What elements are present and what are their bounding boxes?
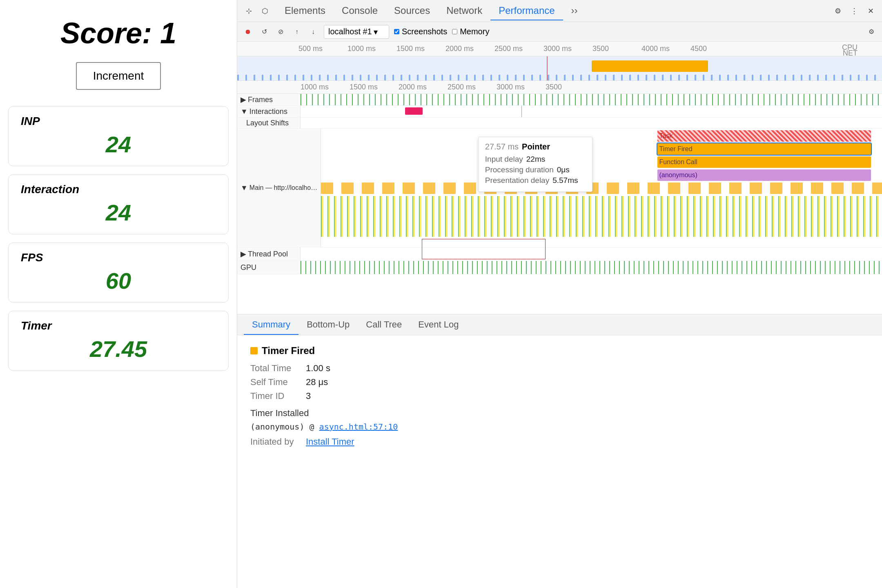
interactions-content[interactable] (301, 106, 882, 117)
interaction-bar (405, 107, 423, 115)
inp-value: 24 (21, 131, 216, 158)
dropdown-arrow-icon: ▾ (374, 27, 378, 37)
gpu-label: GPU (237, 261, 301, 274)
tooltip-presentation-value: 5.57ms (552, 176, 578, 185)
tab-console[interactable]: Console (334, 2, 386, 20)
increment-button[interactable]: Increment (76, 62, 161, 90)
screenshots-label: Screenshots (402, 27, 447, 36)
thread-pool-track: ▶ Thread Pool (237, 247, 882, 261)
tab-performance[interactable]: Performance (490, 2, 563, 20)
url-selector[interactable]: localhost #1 ▾ (324, 25, 389, 39)
tooltip-event: Pointer (522, 142, 550, 151)
thread-pool-content[interactable] (301, 247, 882, 261)
tab-elements[interactable]: Elements (276, 2, 334, 20)
reload-btn[interactable]: ↺ (258, 26, 270, 38)
collapse-icon2[interactable]: ▼ (241, 107, 248, 116)
tooltip-input-delay-label: Input delay (485, 155, 523, 164)
clear-btn[interactable]: ⊘ (275, 26, 286, 38)
layout-shifts-content[interactable] (301, 118, 882, 128)
url-label: localhost #1 (328, 27, 372, 36)
devtools-toolbar: ⊹ ⬡ Elements Console Sources Network Per… (237, 0, 882, 22)
total-time-value: 1.00 s (306, 363, 330, 374)
anonymous-bar[interactable]: (anonymous) (657, 169, 871, 181)
layout-shifts-track: Layout Shifts (237, 118, 882, 129)
colored-bars (321, 196, 882, 237)
tab-bottom-up[interactable]: Bottom-Up (298, 315, 358, 335)
summary-initiated: Initiated by Install Timer (250, 437, 869, 447)
tab-sources[interactable]: Sources (386, 2, 438, 20)
screenshots-check[interactable] (394, 29, 399, 34)
timer-installed-code: (anonymous) @ async.html:57:10 (250, 422, 869, 432)
self-time-label: Self Time (250, 377, 299, 388)
perf-settings-btn[interactable]: ⚙ (866, 26, 877, 38)
misc-bars (321, 183, 882, 194)
toolbar-left-icons: ⊹ ⬡ (242, 4, 272, 18)
interactions-label: ▼ Interactions (237, 106, 301, 117)
bottom-tabs: Summary Bottom-Up Call Tree Event Log (237, 314, 882, 335)
tooltip-presentation: Presentation delay 5.57ms (485, 176, 586, 185)
gpu-content[interactable] (301, 261, 882, 274)
timer-id-label: Timer ID (250, 391, 299, 401)
score-label: Score: (60, 17, 152, 49)
net-strip (237, 75, 882, 80)
record-btn[interactable]: ⏺ (242, 26, 254, 38)
devtools-tab-list: Elements Console Sources Network Perform… (276, 2, 830, 20)
tooltip-input-delay-value: 22ms (526, 155, 545, 164)
summary-title-text: Timer Fired (262, 345, 315, 356)
screenshots-checkbox[interactable]: Screenshots (394, 27, 447, 36)
inspect-icon[interactable]: ⊹ (242, 4, 255, 18)
collapse-icon4[interactable]: ▼ (241, 184, 248, 192)
summary-title: Timer Fired (250, 345, 869, 356)
perf-toolbar: ⏺ ↺ ⊘ ↑ ↓ localhost #1 ▾ Screenshots Mem… (237, 22, 882, 42)
inp-card: INP 24 (8, 106, 229, 166)
function-call-bar[interactable]: Function Call (657, 156, 871, 168)
frames-label: ▶ Frames (237, 94, 301, 105)
download-btn[interactable]: ↓ (307, 26, 319, 38)
summary-total-time: Total Time 1.00 s (250, 363, 869, 374)
gpu-track: GPU (237, 261, 882, 274)
tab-network[interactable]: Network (438, 2, 490, 20)
file-link[interactable]: async.html:57:10 (319, 422, 398, 432)
fps-card: FPS 60 (8, 243, 229, 303)
devtools-panel: ⊹ ⬡ Elements Console Sources Network Per… (237, 0, 882, 588)
timer-fired-bar[interactable]: Timer Fired (657, 143, 871, 155)
interaction-card: Interaction 24 (8, 174, 229, 234)
install-timer-link[interactable]: Install Timer (306, 437, 354, 447)
summary-dot (250, 347, 258, 354)
interactions-track: ▼ Interactions (237, 106, 882, 118)
collapse-icon[interactable]: ▶ (241, 95, 246, 104)
fps-value: 60 (21, 267, 216, 294)
settings-icon[interactable]: ⚙ (831, 4, 844, 18)
timer-label: Timer (21, 319, 216, 332)
memory-checkbox[interactable]: Memory (452, 27, 489, 36)
frames-content[interactable] (301, 94, 882, 105)
tab-summary[interactable]: Summary (244, 315, 298, 335)
tooltip-input-delay: Input delay 22ms (485, 155, 586, 164)
close-icon[interactable]: ✕ (864, 4, 877, 18)
interaction-label: Interaction (21, 183, 216, 196)
tab-call-tree[interactable]: Call Tree (358, 315, 410, 335)
interaction-marker (521, 106, 522, 117)
interaction-value: 24 (21, 199, 216, 226)
more-icon[interactable]: ⋮ (848, 4, 861, 18)
fps-label: FPS (21, 251, 216, 264)
device-icon[interactable]: ⬡ (258, 4, 272, 18)
timeline-ruler2: 1000 ms 1500 ms 2000 ms 2500 ms 3000 ms … (237, 81, 882, 94)
net-label: NET (843, 49, 858, 56)
summary-panel: Timer Fired Total Time 1.00 s Self Time … (237, 335, 882, 588)
task-bar[interactable]: Task (657, 130, 871, 142)
tab-more[interactable]: ›› (563, 2, 586, 20)
collapse-icon5[interactable]: ▶ (241, 249, 246, 258)
tab-event-log[interactable]: Event Log (410, 315, 467, 335)
memory-check[interactable] (452, 29, 457, 34)
main-content[interactable]: Task Timer Fired Function Call (anonymou… (321, 129, 882, 247)
layout-shifts-label: Layout Shifts (237, 118, 301, 128)
ruler-marks2: 1000 ms 1500 ms 2000 ms 2500 ms 3000 ms … (301, 83, 595, 91)
score-value: 1 (160, 17, 176, 49)
self-time-value: 28 μs (306, 377, 328, 388)
upload-btn[interactable]: ↑ (291, 26, 303, 38)
ruler-marks: 500 ms 1000 ms 1500 ms 2000 ms 2500 ms 3… (298, 45, 739, 53)
toolbar-right: ⚙ ⋮ ✕ (831, 4, 877, 18)
tooltip-header: 27.57 ms Pointer (485, 142, 586, 151)
collapse-icon3[interactable] (241, 119, 245, 127)
